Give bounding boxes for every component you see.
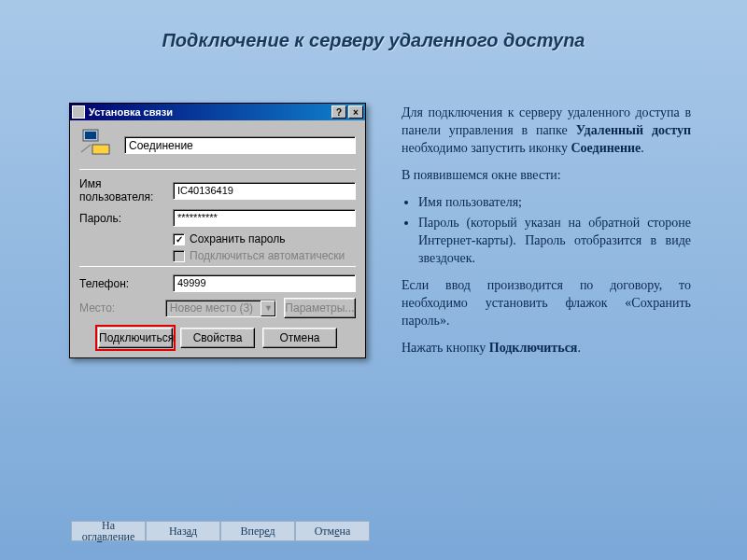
text: необходимо запустить иконку <box>402 141 571 155</box>
title-bar[interactable]: Установка связи ? × <box>70 104 365 120</box>
app-icon <box>72 105 85 119</box>
help-button[interactable]: ? <box>331 105 346 119</box>
svg-rect-1 <box>85 132 96 139</box>
chevron-down-icon: ▼ <box>261 301 275 316</box>
text: В появившемся окне ввести: <box>402 167 691 185</box>
text-bold: Подключиться <box>489 341 578 355</box>
auto-connect-label: Подключиться автоматически <box>190 249 345 262</box>
dialup-dialog: Установка связи ? × Соединение Имя польз… <box>69 103 366 358</box>
text-bold: Удаленный доступ <box>576 123 691 137</box>
auto-connect-checkbox <box>173 250 185 262</box>
nav-bar: Наоглавление Назад Вперед Отмена <box>71 521 370 541</box>
connect-button[interactable]: Подключиться <box>98 328 173 348</box>
place-combo: Новое место (3) ▼ <box>165 300 277 317</box>
nav-toc-button[interactable]: Наоглавление <box>71 521 146 541</box>
instructions-panel: Для подключения к серверу удаленного дос… <box>402 105 691 367</box>
text-bold: Соединение <box>571 141 641 155</box>
cancel-button[interactable]: Отмена <box>262 328 337 348</box>
password-label: Пароль: <box>79 212 173 225</box>
text: Если ввод производится по договору, то н… <box>402 277 691 330</box>
username-label: Имя пользователя: <box>79 177 173 203</box>
username-input[interactable]: IC40136419 <box>173 182 356 200</box>
params-button: Параметры... <box>284 298 356 318</box>
list-item: Пароль (который указан на обратной сторо… <box>418 215 691 268</box>
properties-button[interactable]: Свойства <box>180 328 255 348</box>
connection-icon <box>79 128 113 161</box>
nav-back-button[interactable]: Назад <box>146 521 220 541</box>
separator <box>79 266 356 267</box>
window-title: Установка связи <box>89 106 330 118</box>
separator <box>79 169 356 170</box>
save-password-checkbox[interactable]: ✓ <box>173 233 185 245</box>
list-item: Имя пользователя; <box>418 194 691 212</box>
text: . <box>641 141 644 155</box>
phone-input[interactable]: 49999 <box>173 274 356 292</box>
svg-rect-2 <box>92 145 109 154</box>
save-password-label: Сохранить пароль <box>190 232 285 245</box>
place-label: Место: <box>79 301 165 315</box>
connection-name-field: Соединение <box>124 136 356 154</box>
nav-forward-button[interactable]: Вперед <box>220 521 295 541</box>
password-input[interactable]: ********** <box>173 209 356 227</box>
phone-label: Телефон: <box>79 277 173 290</box>
page-title: Подключение к серверу удаленного доступа <box>0 30 747 51</box>
place-combo-value: Новое место (3) <box>166 301 261 315</box>
close-button[interactable]: × <box>348 105 363 119</box>
text: Нажать кнопку <box>402 341 489 355</box>
text: . <box>577 341 581 355</box>
nav-cancel-button[interactable]: Отмена <box>295 521 370 541</box>
